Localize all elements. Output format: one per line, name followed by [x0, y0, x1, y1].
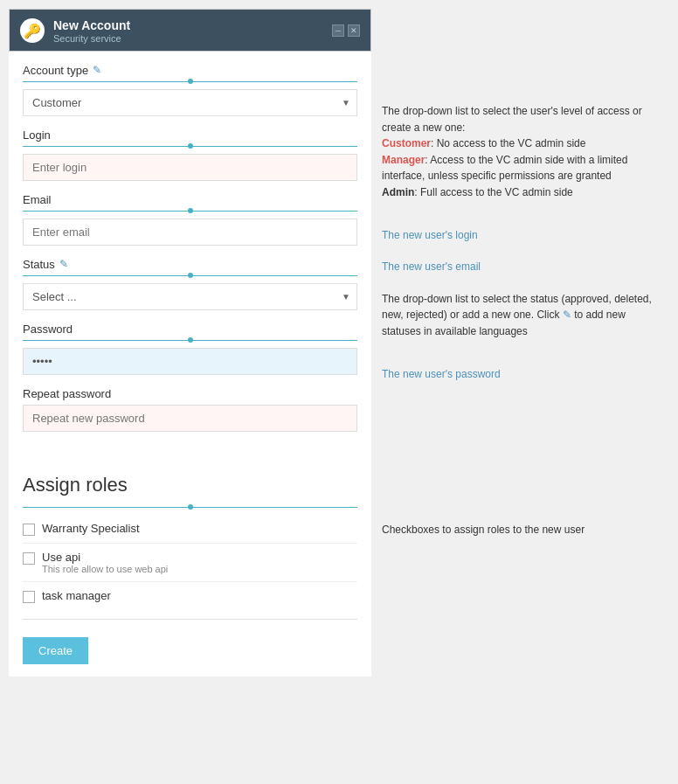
page-wrapper: 🔑 New Account Security service ─ ✕ Accou… — [9, 9, 669, 676]
window-subtitle: Security service — [53, 33, 130, 44]
login-group: Login — [23, 128, 357, 181]
status-annotation: The drop-down list to select the status … — [382, 291, 659, 340]
form-area: Account type ✎ Customer Manager Admin ▼ … — [9, 52, 371, 461]
list-item: Warranty Specialist — [23, 515, 357, 544]
title-content: 🔑 New Account Security service — [20, 18, 130, 44]
status-select-wrapper: Select ... approved deleted new rejected… — [23, 283, 357, 310]
connector-roles — [23, 507, 357, 508]
email-annotation: The new user's email — [382, 259, 659, 275]
use-api-checkbox[interactable] — [23, 552, 35, 565]
connector-account-type — [23, 81, 357, 82]
assign-roles-title: Assign roles — [23, 474, 357, 496]
status-label: Status ✎ — [23, 258, 357, 271]
connector-password — [23, 340, 357, 341]
right-annotations: The drop-down list to select the user's … — [371, 9, 669, 676]
key-icon: 🔑 — [20, 18, 45, 43]
status-group: Status ✎ Select ... approved deleted new… — [23, 258, 357, 310]
admin-annotation-label: Admin — [382, 186, 414, 198]
roles-annotation-text: Checkboxes to assign roles to the new us… — [382, 524, 585, 536]
window-controls: ─ ✕ — [332, 24, 360, 37]
task-manager-checkbox[interactable] — [23, 591, 35, 603]
status-annotation-icon: ✎ — [563, 309, 571, 321]
connector-email — [23, 211, 357, 212]
email-label: Email — [23, 193, 357, 206]
password-input[interactable] — [23, 348, 357, 375]
status-select[interactable]: Select ... approved deleted new rejected — [23, 283, 357, 310]
password-label: Password — [23, 323, 357, 336]
password-group: Password — [23, 323, 357, 375]
minimize-button[interactable]: ─ — [332, 24, 344, 37]
repeat-password-input[interactable] — [23, 405, 357, 432]
customer-annotation-desc: : No access to the VC admin side — [431, 137, 585, 149]
account-type-edit-icon[interactable]: ✎ — [93, 64, 101, 76]
window-title: New Account — [53, 18, 130, 33]
login-label: Login — [23, 128, 357, 142]
title-text: New Account Security service — [53, 18, 130, 44]
titlebar: 🔑 New Account Security service ─ ✕ — [10, 10, 370, 51]
list-item: task manager — [23, 582, 357, 610]
password-annotation: The new user's password — [382, 366, 659, 383]
account-type-label: Account type ✎ — [23, 64, 357, 77]
task-manager-name: task manager — [42, 589, 111, 602]
manager-annotation-label: Manager — [382, 154, 425, 166]
use-api-name: Use api — [42, 551, 168, 564]
repeat-password-group: Repeat password — [23, 387, 357, 432]
connector-login — [23, 146, 357, 147]
roles-annotation: Checkboxes to assign roles to the new us… — [382, 522, 659, 538]
warranty-specialist-name: Warranty Specialist — [42, 522, 140, 535]
form-divider — [23, 619, 357, 620]
assign-roles-section: Assign roles Warranty Specialist Use api… — [9, 461, 371, 676]
admin-annotation-desc: : Full access to the VC admin side — [414, 186, 572, 198]
account-type-select[interactable]: Customer Manager Admin — [23, 89, 357, 116]
warranty-specialist-checkbox[interactable] — [23, 524, 35, 536]
status-edit-icon[interactable]: ✎ — [59, 258, 68, 270]
repeat-password-label: Repeat password — [23, 387, 357, 400]
email-input[interactable] — [23, 219, 357, 246]
email-group: Email — [23, 193, 357, 246]
close-button[interactable]: ✕ — [348, 24, 360, 37]
use-api-desc: This role allow to use web api — [42, 564, 168, 574]
login-annotation: The new user's login — [382, 227, 659, 244]
login-annotation-text: The new user's login — [382, 229, 478, 241]
list-item: Use api This role allow to use web api — [23, 544, 357, 582]
left-panel: 🔑 New Account Security service ─ ✕ Accou… — [9, 9, 371, 676]
email-annotation-text: The new user's email — [382, 260, 481, 273]
account-type-annotation: The drop-down list to select the user's … — [382, 103, 659, 201]
connector-status — [23, 275, 357, 276]
login-input[interactable] — [23, 154, 357, 181]
window: 🔑 New Account Security service ─ ✕ — [9, 9, 371, 52]
customer-annotation-label: Customer — [382, 137, 431, 149]
account-type-group: Account type ✎ Customer Manager Admin ▼ — [23, 64, 357, 116]
password-annotation-text: The new user's password — [382, 368, 501, 380]
account-type-select-wrapper: Customer Manager Admin ▼ — [23, 89, 357, 116]
account-type-annotation-intro: The drop-down list to select the user's … — [382, 105, 642, 134]
create-button[interactable]: Create — [23, 637, 88, 664]
